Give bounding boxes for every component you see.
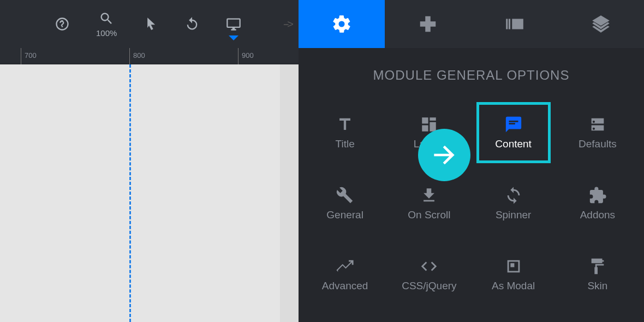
paint-roller-icon xyxy=(588,257,607,276)
server-icon xyxy=(588,115,607,134)
option-addons[interactable]: Addons xyxy=(556,168,640,239)
code-icon xyxy=(420,257,438,276)
canvas-edge xyxy=(280,64,299,322)
layers-icon xyxy=(591,14,611,34)
cursor-tool[interactable] xyxy=(143,16,158,32)
sidebar-title: MODULE GENERAL OPTIONS xyxy=(299,48,644,97)
cursor-icon xyxy=(143,16,158,32)
preview-desktop-button[interactable] xyxy=(226,16,241,32)
text-icon xyxy=(336,115,354,134)
horizontal-ruler: 700 800 900 xyxy=(0,48,299,64)
option-title[interactable]: Title xyxy=(303,97,387,168)
tab-slides[interactable] xyxy=(472,0,558,48)
help-icon xyxy=(55,16,70,32)
zoom-control[interactable]: 100% xyxy=(96,11,117,38)
magnifier-icon xyxy=(99,11,114,26)
gear-icon xyxy=(331,14,352,34)
vertical-guide[interactable] xyxy=(129,64,131,322)
option-content[interactable]: Content xyxy=(472,97,556,168)
wrench-icon xyxy=(336,186,354,205)
window-icon xyxy=(504,257,523,276)
undo-button[interactable] xyxy=(184,16,200,32)
options-sidebar: MODULE GENERAL OPTIONS Title Layout Cont… xyxy=(299,48,644,322)
canvas-area: 700 800 900 xyxy=(0,48,299,322)
arrow-right-icon xyxy=(429,140,460,170)
option-spinner[interactable]: Spinner xyxy=(472,168,556,239)
options-grid: Title Layout Content Defaults General On… xyxy=(299,97,644,310)
dpad-icon xyxy=(418,14,438,34)
chat-icon xyxy=(504,115,523,134)
option-on-scroll[interactable]: On Scroll xyxy=(387,168,471,239)
monitor-icon xyxy=(226,16,241,32)
timeline-icon xyxy=(336,257,354,276)
editor-canvas[interactable] xyxy=(0,64,299,322)
option-skin[interactable]: Skin xyxy=(556,239,640,310)
download-icon xyxy=(420,186,438,205)
option-css-jquery[interactable]: CSS/jQuery xyxy=(387,239,471,310)
option-as-modal[interactable]: As Modal xyxy=(472,239,556,310)
undo-icon xyxy=(184,16,200,32)
slides-icon xyxy=(504,14,525,34)
tutorial-arrow-callout xyxy=(418,129,470,181)
option-advanced[interactable]: Advanced xyxy=(303,239,387,310)
main-area: 700 800 900 MODULE GENERAL OPTIONS Title… xyxy=(0,48,644,322)
overflow-indicator: --> xyxy=(283,18,292,31)
top-toolbar: 100% --> xyxy=(0,0,644,48)
tab-navigation[interactable] xyxy=(385,0,471,48)
ruler-mark: 900 xyxy=(238,48,238,64)
sync-icon xyxy=(504,186,523,205)
ruler-mark: 800 xyxy=(129,48,130,64)
puzzle-icon xyxy=(588,186,607,205)
toolbar-left-group: 100% --> xyxy=(0,0,299,48)
tab-settings[interactable] xyxy=(299,0,385,48)
toolbar-panel-tabs xyxy=(299,0,644,48)
zoom-value: 100% xyxy=(96,28,117,38)
ruler-mark: 700 xyxy=(21,48,21,64)
option-general[interactable]: General xyxy=(303,168,387,239)
option-defaults[interactable]: Defaults xyxy=(556,97,640,168)
help-button[interactable] xyxy=(55,16,70,32)
tab-layers[interactable] xyxy=(558,0,644,48)
